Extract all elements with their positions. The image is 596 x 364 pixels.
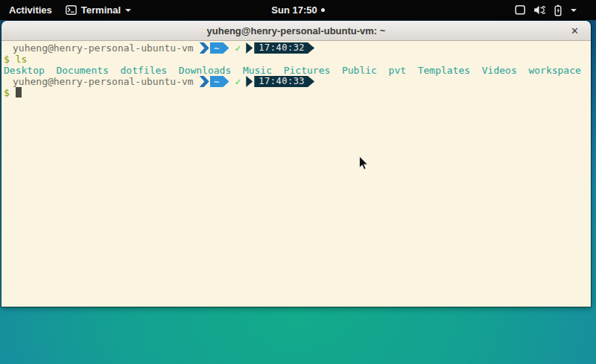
powerline-chevron-icon: [246, 76, 253, 87]
prompt-username: yuheng@henry-personal-ubuntu-vm: [13, 42, 194, 54]
clock-menu[interactable]: Sun 17:50: [271, 4, 324, 16]
typed-command: ls: [16, 54, 28, 65]
top-bar: Activities Terminal Sun 17:50: [0, 0, 596, 20]
terminal-content[interactable]: yuheng@henry-personal-ubuntu-vm ~ ✓ 17:4…: [1, 41, 591, 307]
volume-icon: [533, 4, 545, 16]
ls-output-line: Desktop Documents dotfiles Downloads Mus…: [4, 65, 591, 76]
window-titlebar[interactable]: yuheng@henry-personal-ubuntu-vm: ~ ✕: [1, 21, 591, 41]
activities-button[interactable]: Activities: [9, 4, 52, 16]
prompt-line-2: yuheng@henry-personal-ubuntu-vm ~ ✓ 17:4…: [4, 76, 591, 87]
close-button[interactable]: ✕: [571, 21, 579, 41]
prompt-time-badge: 17:40:33: [254, 76, 314, 87]
powerline-chevron-icon: [246, 42, 253, 54]
powerline-chevron-icon: [200, 42, 209, 54]
shell-prompt-symbol: $: [4, 87, 10, 98]
prompt-directory-badge: ~: [210, 42, 229, 54]
battery-charging-icon: [553, 4, 563, 16]
clock-label: Sun 17:50: [271, 4, 317, 16]
app-menu-label: Terminal: [81, 4, 121, 16]
terminal-block-cursor: [16, 87, 22, 98]
prompt-username: yuheng@henry-personal-ubuntu-vm: [13, 76, 194, 87]
system-status-menu[interactable]: [515, 4, 596, 16]
app-menu-terminal[interactable]: Terminal: [66, 4, 131, 16]
prompt-line-1: yuheng@henry-personal-ubuntu-vm ~ ✓ 17:4…: [4, 42, 591, 54]
prompt-time-badge: 17:40:32: [254, 42, 314, 54]
terminal-window: yuheng@henry-personal-ubuntu-vm: ~ ✕ yuh…: [1, 21, 591, 307]
terminal-icon: [66, 5, 77, 15]
command-line: $ ls: [4, 54, 591, 65]
powerline-chevron-icon: [200, 76, 209, 87]
shell-prompt-symbol: $: [4, 54, 10, 65]
prompt-status-check-icon: ✓: [235, 42, 241, 54]
prompt-status-check-icon: ✓: [235, 76, 241, 87]
chevron-down-icon: [125, 9, 131, 12]
notification-dot: [321, 8, 325, 12]
current-input-line: $: [4, 87, 591, 98]
prompt-directory-badge: ~: [210, 76, 229, 87]
screen-icon: [515, 4, 526, 16]
window-title: yuheng@henry-personal-ubuntu-vm: ~: [207, 25, 386, 36]
chevron-down-icon: [571, 9, 577, 12]
